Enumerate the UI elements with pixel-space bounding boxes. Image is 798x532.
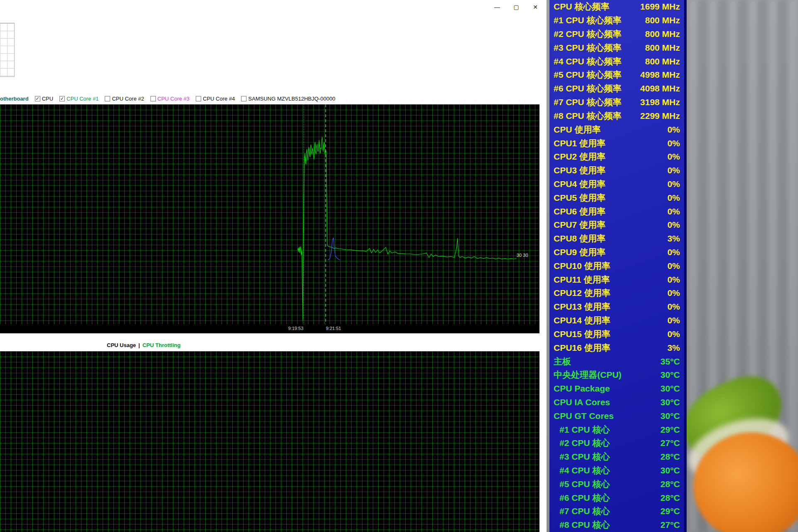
sensor-value: 28°C	[660, 452, 680, 462]
sensor-value: 0%	[667, 302, 680, 312]
legend-item[interactable]: SAMSUNG MZVLB512HBJQ-00000	[241, 96, 335, 102]
sensor-row: 中央处理器(CPU)30°C	[549, 368, 684, 382]
sensor-row: #2 CPU 核心频率800 MHz	[549, 27, 684, 41]
sensor-label: 主板	[554, 356, 660, 367]
sensor-label: #4 CPU 核心	[559, 465, 660, 476]
sensor-value: 30°C	[660, 466, 680, 475]
sensor-value: 800 MHz	[645, 15, 680, 25]
sensor-row: 主板35°C	[549, 355, 684, 368]
legend-checkbox[interactable]: ✓	[59, 96, 65, 101]
sensor-row: #3 CPU 核心28°C	[549, 450, 684, 464]
sensor-row: #1 CPU 核心频率800 MHz	[549, 14, 684, 27]
sensor-panel: CPU 核心频率1699 MHz#1 CPU 核心频率800 MHz#2 CPU…	[549, 0, 687, 532]
minimize-button[interactable]: —	[488, 0, 507, 14]
sensor-label: #7 CPU 核心频率	[554, 96, 640, 108]
sensor-row: CPU14 使用率0%	[549, 314, 684, 328]
sensor-row: #3 CPU 核心频率800 MHz	[549, 41, 684, 54]
sensor-value: 800 MHz	[645, 43, 680, 53]
sensor-row: #2 CPU 核心27°C	[549, 436, 684, 450]
sensor-value: 29°C	[660, 506, 680, 516]
maximize-button[interactable]: ▢	[507, 0, 526, 14]
sensor-row: CPU1 使用率0%	[549, 136, 684, 150]
sensor-value: 0%	[667, 193, 680, 203]
legend-item[interactable]: CPU Core #2	[105, 96, 144, 102]
chart-legend-items: ✓CPU✓CPU Core #1CPU Core #2CPU Core #3CP…	[35, 96, 335, 102]
sensor-label: #8 CPU 核心	[559, 519, 660, 531]
cpu-usage-label: CPU Usage	[107, 342, 136, 348]
sensor-label: CPU 核心频率	[554, 1, 640, 12]
chart-legend: otherboard ✓CPU✓CPU Core #1CPU Core #2CP…	[0, 94, 539, 103]
legend-checkbox[interactable]	[150, 96, 156, 101]
chart-time-axis: 9:19:53 9:21:51	[0, 324, 539, 333]
sensor-row: CPU3 使用率0%	[549, 164, 684, 177]
sensor-value: 35°C	[660, 357, 680, 367]
sensor-value: 27°C	[660, 438, 680, 448]
sensor-label: CPU7 使用率	[554, 219, 667, 231]
sensor-row: CPU8 使用率3%	[549, 232, 684, 246]
sensor-row: #5 CPU 核心28°C	[549, 477, 684, 491]
sensor-label: CPU15 使用率	[554, 328, 667, 340]
legend-label: CPU Core #3	[158, 96, 190, 102]
sensor-row: #8 CPU 核心27°C	[549, 518, 684, 532]
sensor-row: CPU15 使用率0%	[549, 328, 684, 341]
chart-end-value: 30 30	[517, 253, 528, 258]
sensor-value: 0%	[667, 179, 680, 189]
sensor-label: #6 CPU 核心频率	[554, 83, 640, 94]
sensor-row: CPU4 使用率0%	[549, 177, 684, 191]
sensor-label: #1 CPU 核心频率	[554, 15, 645, 26]
sensor-value: 30°C	[660, 370, 680, 380]
partial-spreadsheet-grid	[0, 23, 15, 77]
title-divider: |	[138, 342, 140, 348]
legend-item[interactable]: ✓CPU Core #1	[59, 96, 99, 102]
sensor-value: 27°C	[660, 520, 680, 530]
sensor-label: #2 CPU 核心	[559, 437, 660, 449]
cpu-throttling-label: CPU Throttling	[143, 342, 181, 348]
sensor-label: CPU Package	[554, 384, 660, 394]
window-titlebar[interactable]: — ▢ ✕	[0, 0, 547, 14]
sensor-row: #6 CPU 核心频率4098 MHz	[549, 82, 684, 96]
sensor-label: #5 CPU 核心	[559, 478, 660, 490]
sensor-value: 0%	[667, 138, 680, 148]
sensor-label: #6 CPU 核心	[559, 492, 660, 504]
sensor-row: #5 CPU 核心频率4998 MHz	[549, 68, 684, 82]
sensor-label: CPU11 使用率	[554, 274, 667, 286]
legend-checkbox[interactable]: ✓	[35, 96, 40, 101]
legend-item[interactable]: CPU Core #3	[150, 96, 190, 102]
sensor-value: 3%	[667, 234, 680, 244]
sensor-value: 3198 MHz	[640, 97, 680, 107]
sensor-value: 3%	[667, 343, 680, 353]
sensor-row: CPU2 使用率0%	[549, 150, 684, 164]
legend-item[interactable]: ✓CPU	[35, 96, 53, 102]
sensor-row: #6 CPU 核心28°C	[549, 491, 684, 505]
close-button[interactable]: ✕	[526, 0, 545, 14]
sensor-label: CPU16 使用率	[554, 342, 667, 354]
legend-label: CPU	[42, 96, 53, 102]
sensor-value: 4098 MHz	[640, 84, 680, 94]
sensor-label: #4 CPU 核心频率	[554, 56, 645, 67]
sensor-label: #7 CPU 核心	[559, 505, 660, 517]
sensor-value: 30°C	[660, 411, 680, 421]
sensor-row: CPU IA Cores30°C	[549, 396, 684, 409]
sensor-label: #3 CPU 核心频率	[554, 42, 645, 54]
legend-item[interactable]: CPU Core #4	[196, 96, 235, 102]
legend-checkbox[interactable]	[105, 96, 110, 101]
sensor-row: CPU7 使用率0%	[549, 218, 684, 232]
legend-checkbox[interactable]	[241, 96, 246, 101]
window-controls: — ▢ ✕	[488, 0, 545, 14]
sensor-label: CPU13 使用率	[554, 301, 667, 313]
sensor-row: CPU9 使用率0%	[549, 246, 684, 259]
chart-series	[298, 137, 517, 320]
sensor-row: CPU Package30°C	[549, 382, 684, 396]
sensor-row: CPU 使用率0%	[549, 123, 684, 136]
sensor-label: #3 CPU 核心	[559, 451, 660, 463]
sensor-label: CPU12 使用率	[554, 287, 667, 299]
sensor-label: CPU6 使用率	[554, 206, 667, 217]
sensor-label: CPU2 使用率	[554, 151, 667, 163]
sensor-value: 2299 MHz	[640, 111, 680, 121]
sensor-row: #4 CPU 核心频率800 MHz	[549, 54, 684, 68]
sensor-row: CPU12 使用率0%	[549, 286, 684, 300]
legend-checkbox[interactable]	[196, 96, 201, 101]
sensor-value: 30°C	[660, 397, 680, 407]
usage-chart	[0, 351, 539, 532]
legend-label: SAMSUNG MZVLB512HBJQ-00000	[248, 96, 335, 102]
